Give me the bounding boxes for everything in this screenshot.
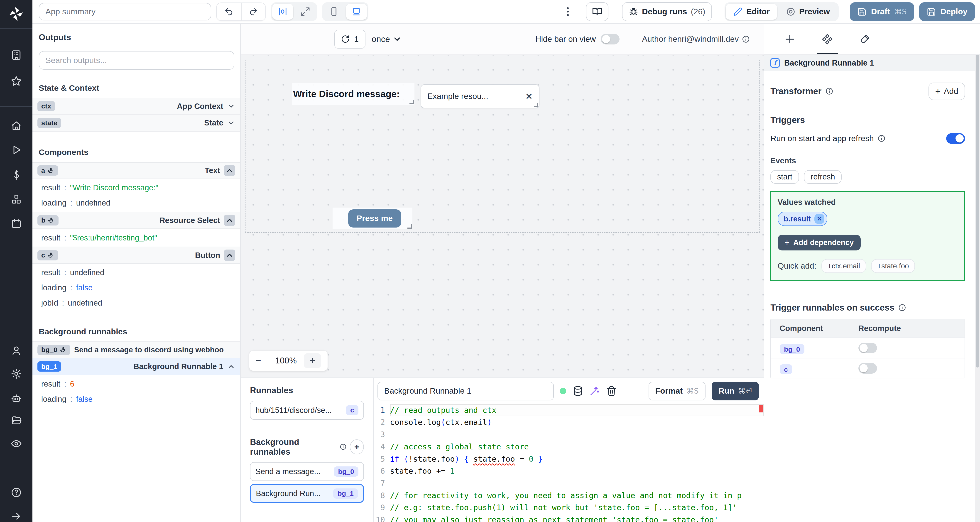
tab-editor[interactable]: Editor bbox=[726, 4, 777, 20]
refresh-count-button[interactable]: 1 bbox=[334, 30, 366, 49]
mobile-view-button[interactable] bbox=[323, 4, 345, 20]
refresh-mode-select[interactable]: once bbox=[372, 34, 402, 44]
hide-bar-toggle[interactable] bbox=[601, 34, 619, 45]
zoom-out-button[interactable]: − bbox=[256, 355, 268, 366]
debug-runs-button[interactable]: Debug runs (26) bbox=[622, 2, 712, 21]
output-kv[interactable]: jobId:undefined bbox=[32, 295, 240, 310]
chevron-up-icon[interactable] bbox=[227, 363, 235, 371]
runnable-item-bg1-selected[interactable]: Background Run... bg_1 bbox=[250, 484, 364, 503]
tab-insert-component[interactable] bbox=[779, 24, 800, 54]
info-icon[interactable] bbox=[742, 35, 750, 43]
zoom-in-button[interactable]: + bbox=[304, 353, 321, 368]
info-icon[interactable] bbox=[877, 134, 886, 142]
cache-database-icon[interactable] bbox=[573, 386, 583, 396]
info-icon[interactable] bbox=[898, 304, 906, 312]
chevron-down-icon[interactable] bbox=[227, 119, 235, 127]
component-b-type: Resource Select bbox=[159, 216, 220, 225]
output-kv[interactable]: loading:false bbox=[32, 280, 240, 295]
code-editor[interactable]: 12345678910 // read outputs and ctxconso… bbox=[374, 404, 764, 522]
runnable-item-hub[interactable]: hub/1511/discord/se... c bbox=[250, 401, 364, 420]
redo-button[interactable] bbox=[241, 3, 266, 21]
users-icon[interactable] bbox=[11, 345, 22, 356]
output-row-state[interactable]: state State bbox=[32, 115, 240, 131]
run-button[interactable]: Run ⌘⏎ bbox=[712, 382, 759, 401]
add-dependency-button[interactable]: +Add dependency bbox=[778, 235, 861, 250]
centered-width-button[interactable] bbox=[272, 4, 294, 20]
output-row-c[interactable]: c Button bbox=[32, 247, 240, 264]
output-row-b[interactable]: b Resource Select bbox=[32, 212, 240, 229]
watched-value-chip[interactable]: b.result ✕ bbox=[778, 212, 827, 226]
press-me-button[interactable]: Press me bbox=[348, 209, 401, 228]
draft-button[interactable]: Draft ⌘S bbox=[850, 2, 914, 21]
workers-robot-icon[interactable] bbox=[11, 393, 22, 404]
collapse-button[interactable] bbox=[224, 215, 235, 226]
code-content[interactable]: // read outputs and ctxconsole.log(ctx.e… bbox=[390, 404, 764, 522]
quick-add-state-foo[interactable]: +state.foo bbox=[871, 259, 915, 273]
runnable-name-input[interactable] bbox=[377, 382, 554, 401]
output-kv[interactable]: result:"$res:u/henri/testing_bot" bbox=[32, 230, 240, 245]
audit-logs-eye-icon[interactable] bbox=[11, 438, 22, 449]
info-icon[interactable] bbox=[340, 443, 347, 450]
ai-wand-icon[interactable] bbox=[589, 386, 600, 396]
remove-watched-value-icon[interactable]: ✕ bbox=[815, 214, 824, 224]
clear-selection-icon[interactable]: ✕ bbox=[525, 91, 533, 102]
add-background-runnable-button[interactable]: + bbox=[350, 439, 364, 454]
resize-handle[interactable] bbox=[534, 103, 538, 107]
output-kv[interactable]: loading:false bbox=[32, 392, 240, 407]
recompute-toggle-bg0[interactable] bbox=[858, 343, 877, 353]
recompute-toggle-c[interactable] bbox=[858, 363, 877, 374]
collapse-button[interactable] bbox=[224, 250, 235, 261]
panel-scrollbar[interactable] bbox=[975, 55, 980, 522]
help-icon[interactable] bbox=[11, 487, 22, 498]
home-icon[interactable] bbox=[11, 120, 22, 131]
output-row-ctx[interactable]: ctx App Context bbox=[32, 98, 240, 115]
tab-preview[interactable]: Preview bbox=[778, 4, 837, 20]
output-kv[interactable]: loading:undefined bbox=[32, 195, 240, 210]
resize-handle[interactable] bbox=[407, 224, 412, 229]
expand-sidebar-icon[interactable] bbox=[11, 511, 22, 522]
settings-gear-icon[interactable] bbox=[11, 368, 22, 380]
quick-add-ctx-email[interactable]: +ctx.email bbox=[821, 259, 866, 273]
output-kv[interactable]: result:"Write Discord message:" bbox=[32, 180, 240, 195]
desktop-view-button[interactable] bbox=[346, 4, 367, 20]
undo-button[interactable] bbox=[216, 3, 241, 21]
deploy-button[interactable]: Deploy bbox=[919, 2, 975, 21]
more-options-icon[interactable] bbox=[563, 3, 572, 21]
event-chips: start refresh bbox=[770, 170, 965, 184]
full-width-button[interactable] bbox=[295, 4, 316, 20]
folders-icon[interactable] bbox=[11, 415, 22, 426]
event-chip-refresh[interactable]: refresh bbox=[804, 170, 842, 184]
info-icon[interactable] bbox=[825, 87, 834, 95]
output-kv[interactable]: result:6 bbox=[32, 376, 240, 392]
scrollbar-thumb[interactable] bbox=[976, 55, 980, 368]
app-canvas[interactable]: Write Discord message: Example resou... … bbox=[241, 55, 764, 377]
output-row-a[interactable]: a Text bbox=[32, 162, 240, 179]
favorites-star-icon[interactable] bbox=[11, 76, 22, 87]
search-outputs-input[interactable] bbox=[39, 51, 234, 70]
collapse-button[interactable] bbox=[224, 165, 235, 176]
tab-component-settings[interactable] bbox=[817, 24, 838, 54]
app-summary-input[interactable] bbox=[39, 3, 211, 21]
runs-icon[interactable] bbox=[11, 144, 22, 156]
variables-icon[interactable] bbox=[11, 169, 22, 181]
output-kv[interactable]: result:undefined bbox=[32, 265, 240, 280]
schedules-icon[interactable] bbox=[11, 218, 22, 229]
chevron-down-icon[interactable] bbox=[227, 102, 235, 110]
event-chip-start[interactable]: start bbox=[770, 170, 799, 184]
format-button[interactable]: Format ⌘S bbox=[649, 382, 705, 401]
windmill-logo-icon[interactable] bbox=[8, 5, 25, 22]
text-component[interactable]: Write Discord message: bbox=[292, 83, 414, 105]
output-row-bg0[interactable]: bg_0 Send a message to discord using web… bbox=[32, 341, 240, 358]
resources-icon[interactable] bbox=[11, 194, 22, 205]
resize-handle[interactable] bbox=[409, 100, 414, 104]
apps-icon[interactable] bbox=[11, 49, 22, 61]
add-transformer-button[interactable]: +Add bbox=[929, 83, 965, 100]
tab-styling[interactable] bbox=[854, 24, 875, 54]
code-editor-panel: Format ⌘S Run ⌘⏎ 12345678910 // read out… bbox=[374, 378, 764, 522]
run-on-start-toggle[interactable] bbox=[946, 133, 965, 144]
output-row-bg1[interactable]: bg_1 Background Runnable 1 bbox=[32, 358, 240, 375]
resource-select-component[interactable]: Example resou... ✕ bbox=[421, 84, 539, 108]
delete-trash-icon[interactable] bbox=[606, 386, 617, 396]
runnable-item-bg0[interactable]: Send a message... bg_0 bbox=[250, 462, 364, 481]
documentation-book-button[interactable] bbox=[586, 2, 608, 21]
